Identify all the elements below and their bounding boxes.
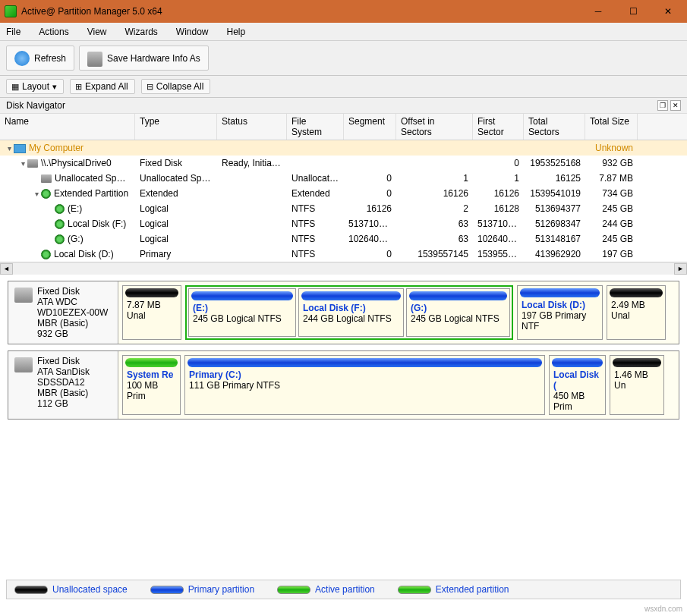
partition-block[interactable]: (E:)245 GB Logical NTFS xyxy=(188,288,296,337)
volume-icon xyxy=(55,204,65,214)
menu-actions[interactable]: Actions xyxy=(39,27,68,37)
col-name[interactable]: Name xyxy=(0,114,135,140)
panel-float-button[interactable]: ❐ xyxy=(657,100,668,111)
table-row[interactable]: (E:)LogicalNTFS16126216128513694377245 G… xyxy=(0,201,687,216)
col-total[interactable]: Total Sectors xyxy=(524,114,585,140)
table-row[interactable]: ▾\\.\PhysicalDrive0Fixed DiskReady, Init… xyxy=(0,156,687,171)
expander-icon[interactable]: ▾ xyxy=(32,190,41,198)
volume-icon xyxy=(41,189,51,199)
partition-block[interactable]: 7.87 MB Unal xyxy=(122,285,181,340)
grid-header: Name Type Status File System Segment Off… xyxy=(0,114,687,140)
legend-item: Active partition xyxy=(277,584,375,595)
watermark: wsxdn.com xyxy=(644,605,682,613)
col-size[interactable]: Total Size xyxy=(585,114,638,140)
volume-icon xyxy=(55,234,65,244)
partition-bar xyxy=(125,358,178,367)
refresh-icon xyxy=(14,51,30,66)
menu-window[interactable]: Window xyxy=(176,27,209,37)
toolbar: Refresh Save Hardware Info As xyxy=(0,41,687,76)
disk-row: Fixed DiskATA SanDiskSDSSDA12MBR (Basic)… xyxy=(8,350,679,420)
partition-block[interactable]: Local Disk (F:)244 GB Logical NTFS xyxy=(298,288,404,337)
app-icon xyxy=(5,5,17,17)
extended-partition[interactable]: (E:)245 GB Logical NTFSLocal Disk (F:)24… xyxy=(185,285,513,340)
disk-icon xyxy=(14,288,33,303)
partition-bar xyxy=(610,288,663,297)
col-fs[interactable]: File System xyxy=(287,114,344,140)
panel-title: Disk Navigator xyxy=(6,100,65,111)
partition-block[interactable]: Local Disk (450 MB Prim xyxy=(549,355,606,415)
table-row[interactable]: Local Disk (D:)PrimaryNTFS01539557145153… xyxy=(0,247,687,262)
legend-item: Unallocated space xyxy=(14,584,128,595)
window-title: Active@ Partition Manager 5.0 x64 xyxy=(21,6,581,17)
grid-body[interactable]: ▾My ComputerUnknown▾\\.\PhysicalDrive0Fi… xyxy=(0,140,687,262)
scroll-left-button[interactable]: ◄ xyxy=(0,263,13,275)
horizontal-scrollbar[interactable]: ◄ ► xyxy=(0,262,687,275)
disk-icon xyxy=(27,159,38,168)
legend-item: Extended partition xyxy=(398,584,509,595)
col-offset[interactable]: Offset in Sectors xyxy=(396,114,473,140)
panel-close-button[interactable]: ✕ xyxy=(670,100,681,111)
disk-map-panel: Fixed DiskATA WDCWD10EZEX-00WMBR (Basic)… xyxy=(0,275,687,432)
panel-header: Disk Navigator ❐ ✕ xyxy=(0,98,687,114)
table-row[interactable]: ▾Extended PartitionExtendedExtended01612… xyxy=(0,186,687,201)
menubar: File Actions View Wizards Window Help xyxy=(0,23,687,41)
expander-icon[interactable]: ▾ xyxy=(18,159,27,168)
menu-file[interactable]: File xyxy=(6,27,20,37)
partition-bar xyxy=(409,291,507,300)
table-row[interactable]: Unallocated SpaceUnallocated SpaceUnallo… xyxy=(0,171,687,186)
table-row[interactable]: Local Disk (F:)LogicalNTFS51371050563513… xyxy=(0,216,687,231)
expander-icon[interactable]: ▾ xyxy=(5,144,14,152)
col-first[interactable]: First Sector xyxy=(473,114,524,140)
partition-bar xyxy=(301,291,401,300)
legend-swatch xyxy=(398,586,431,594)
volume-icon xyxy=(55,219,65,229)
menu-wizards[interactable]: Wizards xyxy=(125,27,158,37)
partition-bar xyxy=(552,358,603,367)
refresh-button[interactable]: Refresh xyxy=(6,46,74,71)
titlebar: Active@ Partition Manager 5.0 x64 ─ ☐ ✕ xyxy=(0,0,687,23)
table-row[interactable]: ▾My ComputerUnknown xyxy=(0,140,687,156)
layout-button[interactable]: ▦ Layout ▾ xyxy=(6,79,64,94)
partition-block[interactable]: 2.49 MB Unal xyxy=(607,285,666,340)
close-button[interactable]: ✕ xyxy=(651,1,685,22)
disk-icon xyxy=(41,174,52,183)
minimize-button[interactable]: ─ xyxy=(581,1,616,22)
volume-icon xyxy=(41,250,51,259)
partition-bar xyxy=(613,358,661,367)
save-hw-info-button[interactable]: Save Hardware Info As xyxy=(79,46,209,71)
partition-block[interactable]: (G:)245 GB Logical NTFS xyxy=(406,288,510,337)
col-segment[interactable]: Segment xyxy=(344,114,396,140)
drive-icon xyxy=(87,52,102,67)
partition-bar xyxy=(520,288,600,297)
disk-icon xyxy=(14,357,33,372)
maximize-button[interactable]: ☐ xyxy=(616,1,651,22)
disk-info[interactable]: Fixed DiskATA WDCWD10EZEX-00WMBR (Basic)… xyxy=(8,281,118,344)
collapse-all-button[interactable]: ⊟ Collapse All xyxy=(141,79,211,94)
disk-row: Fixed DiskATA WDCWD10EZEX-00WMBR (Basic)… xyxy=(8,281,679,344)
legend-swatch xyxy=(150,586,184,594)
partition-block[interactable]: 1.46 MB Un xyxy=(610,355,664,415)
scroll-right-button[interactable]: ► xyxy=(674,263,687,275)
partition-bar xyxy=(125,288,178,297)
expand-all-button[interactable]: ⊞ Expand All xyxy=(70,79,135,94)
legend-swatch xyxy=(14,586,48,594)
partition-bar xyxy=(191,291,293,300)
toolbar-secondary: ▦ Layout ▾ ⊞ Expand All ⊟ Collapse All xyxy=(0,76,687,98)
partition-block[interactable]: Local Disk (D:)197 GB Primary NTF xyxy=(517,285,603,340)
legend: Unallocated spacePrimary partitionActive… xyxy=(6,580,681,599)
col-status[interactable]: Status xyxy=(217,114,287,140)
partition-block[interactable]: Primary (C:)111 GB Primary NTFS xyxy=(184,355,545,415)
col-type[interactable]: Type xyxy=(135,114,217,140)
disk-info[interactable]: Fixed DiskATA SanDiskSDSSDA12MBR (Basic)… xyxy=(8,351,118,419)
table-row[interactable]: (G:)LogicalNTFS1026408915631026408978513… xyxy=(0,231,687,247)
partition-bar xyxy=(188,358,542,367)
menu-help[interactable]: Help xyxy=(227,27,246,37)
legend-item: Primary partition xyxy=(150,584,254,595)
partition-block[interactable]: System Re100 MB Prim xyxy=(122,355,181,415)
menu-view[interactable]: View xyxy=(87,27,107,37)
legend-swatch xyxy=(277,586,310,594)
computer-icon xyxy=(14,144,26,153)
